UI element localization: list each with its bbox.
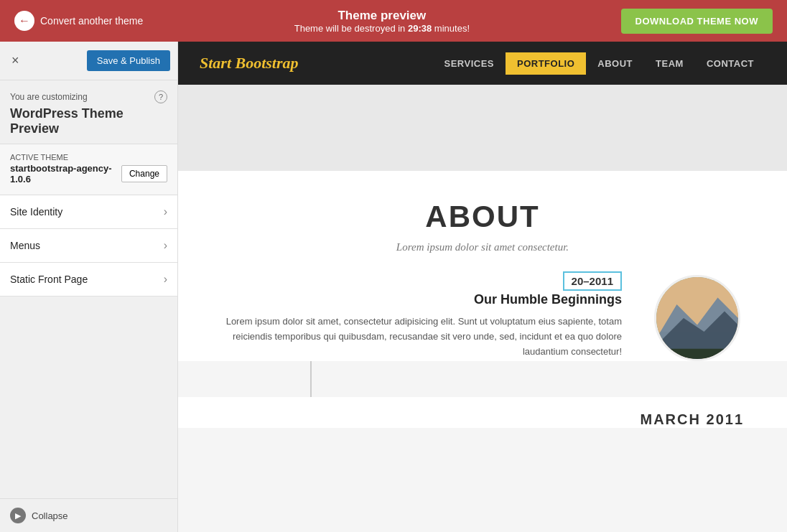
back-label: Convert another theme: [40, 15, 143, 27]
static-front-page-label: Static Front Page: [10, 274, 88, 285]
top-banner: ← Convert another theme Theme preview Th…: [0, 0, 787, 42]
sidebar-info: You are customizing ? WordPress Theme Pr…: [0, 80, 177, 144]
collapse-circle-icon: ▶: [10, 508, 26, 523]
nav-team[interactable]: TEAM: [644, 52, 695, 75]
march-year-label: MARCH 2011: [221, 411, 744, 428]
chevron-right-icon: ›: [164, 273, 167, 286]
timeline-image-inner: [656, 277, 738, 359]
timeline-body: Lorem ipsum dolor sit amet, consectetur …: [221, 314, 622, 359]
change-theme-button[interactable]: Change: [121, 165, 167, 182]
countdown-timer: 29:38: [408, 23, 432, 34]
timeline-right: [651, 275, 744, 361]
sidebar-top-bar: × Save & Publish: [0, 42, 177, 80]
nav-portfolio[interactable]: PORTFOLIO: [506, 52, 586, 75]
preview-nav: SERVICES PORTFOLIO ABOUT TEAM CONTACT: [432, 52, 765, 75]
collapse-button[interactable]: ▶ Collapse: [0, 498, 177, 532]
preview-navbar: Start Bootstrap SERVICES PORTFOLIO ABOUT…: [178, 42, 787, 85]
about-section: ABOUT Lorem ipsum dolor sit amet consect…: [178, 171, 787, 253]
banner-subtitle: Theme will be destroyed in 29:38 minutes…: [294, 23, 470, 34]
banner-title: Theme preview: [294, 9, 470, 23]
back-button[interactable]: ← Convert another theme: [14, 11, 143, 31]
close-button[interactable]: ×: [7, 52, 24, 70]
about-title: ABOUT: [192, 200, 773, 234]
help-icon[interactable]: ?: [154, 90, 167, 103]
site-identity-label: Site Identity: [10, 206, 62, 218]
nav-services[interactable]: SERVICES: [432, 52, 506, 75]
chevron-right-icon: ›: [164, 205, 167, 218]
back-arrow-icon: ←: [19, 14, 30, 27]
active-theme-label: Active theme: [10, 153, 167, 162]
customizing-label: You are customizing: [10, 92, 88, 102]
preview-spacer: [178, 85, 787, 171]
svg-rect-5: [656, 349, 738, 359]
sidebar: × Save & Publish You are customizing ? W…: [0, 42, 178, 532]
sidebar-item-site-identity[interactable]: Site Identity ›: [0, 195, 177, 229]
timeline-image: [654, 275, 740, 361]
brand-logo: Start Bootstrap: [200, 54, 299, 73]
menus-label: Menus: [10, 240, 40, 251]
save-publish-button[interactable]: Save & Publish: [87, 50, 170, 71]
timeline-section: 20–2011 Our Humble Beginnings Lorem ipsu…: [178, 253, 787, 361]
preview-content: ABOUT Lorem ipsum dolor sit amet consect…: [178, 85, 787, 532]
theme-name: startbootstrap-agency-1.0.6: [10, 163, 121, 185]
banner-center: Theme preview Theme will be destroyed in…: [294, 9, 470, 34]
main-layout: × Save & Publish You are customizing ? W…: [0, 42, 787, 532]
timeline-left: 20–2011 Our Humble Beginnings Lorem ipsu…: [221, 275, 622, 359]
back-circle: ←: [14, 11, 34, 31]
nav-about[interactable]: ABOUT: [586, 52, 644, 75]
preview-pane: Start Bootstrap SERVICES PORTFOLIO ABOUT…: [178, 42, 787, 532]
nav-contact[interactable]: CONTACT: [695, 52, 765, 75]
timeline-year: 20–2011: [563, 271, 622, 291]
about-subtitle: Lorem ipsum dolor sit amet consectetur.: [192, 241, 773, 253]
march-section: MARCH 2011: [178, 397, 787, 428]
sidebar-item-static-front-page[interactable]: Static Front Page ›: [0, 263, 177, 297]
active-theme-section: Active theme startbootstrap-agency-1.0.6…: [0, 144, 177, 195]
timeline-heading: Our Humble Beginnings: [221, 292, 622, 307]
collapse-label: Collapse: [32, 510, 68, 521]
chevron-right-icon: ›: [164, 239, 167, 252]
customizing-title: WordPress Theme Preview: [10, 106, 167, 136]
sidebar-item-menus[interactable]: Menus ›: [0, 229, 177, 263]
download-button[interactable]: DOWNLOAD THEME NOW: [621, 9, 773, 34]
